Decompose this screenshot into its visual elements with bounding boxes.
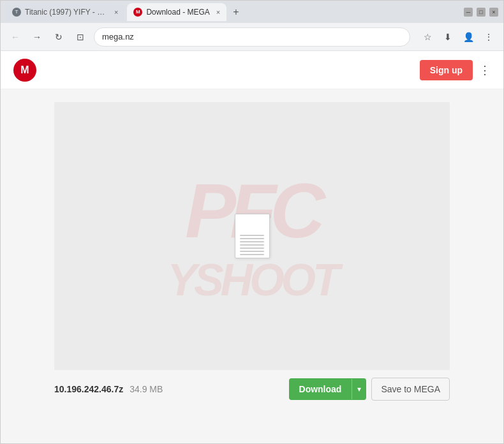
file-icon-lines (240, 235, 263, 255)
account-button[interactable]: 👤 (460, 29, 477, 45)
tab-torrent[interactable]: T Titanic (1997) YIFY - Download... × (6, 3, 124, 21)
file-line-6 (240, 251, 263, 252)
file-info: 10.196.242.46.7z 34.9 MB (54, 384, 163, 394)
back-button[interactable]: ← (7, 29, 24, 45)
tab-mega[interactable]: M Download - MEGA × (127, 3, 226, 21)
window-controls: ─ □ × (464, 8, 498, 17)
download-label: Download (289, 378, 352, 400)
mega-header-right: Sign up ⋮ (420, 60, 491, 80)
bottom-bar: 10.196.242.46.7z 34.9 MB Download ▾ Save… (54, 378, 450, 401)
file-line-5 (240, 248, 263, 249)
forward-button[interactable]: → (29, 29, 45, 45)
file-name: 10.196.242.46.7z (54, 384, 123, 394)
mega-more-button[interactable]: ⋮ (479, 63, 491, 77)
close-button[interactable]: × (489, 8, 498, 17)
save-to-mega-button[interactable]: Save to MEGA (371, 378, 450, 401)
main-content: PFC YSHOOT (1, 89, 503, 443)
download-nav-button[interactable]: ⬇ (440, 29, 456, 45)
bottom-actions: Download ▾ Save to MEGA (289, 378, 450, 401)
browser-more-button[interactable]: ⋮ (480, 29, 497, 45)
signup-button[interactable]: Sign up (420, 60, 473, 80)
maximize-button[interactable]: □ (477, 8, 485, 17)
address-text: mega.nz (102, 32, 134, 41)
page-content: M Sign up ⋮ PFC YSHOOT (1, 51, 503, 443)
download-arrow-icon[interactable]: ▾ (352, 379, 366, 399)
address-bar[interactable]: mega.nz (94, 27, 410, 47)
file-size: 34.9 MB (130, 384, 163, 394)
browser-window: T Titanic (1997) YIFY - Download... × M … (0, 0, 504, 444)
mega-tab-title: Download - MEGA (146, 8, 209, 17)
mega-logo: M (13, 59, 36, 82)
reload-button[interactable]: ↻ (50, 29, 67, 45)
watermark-line2: YSHOOT (167, 255, 337, 305)
mega-tab-close[interactable]: × (216, 8, 220, 16)
minimize-button[interactable]: ─ (464, 8, 473, 17)
torrent-favicon: T (12, 8, 21, 17)
file-line-7 (240, 254, 263, 255)
mega-header: M Sign up ⋮ (1, 51, 503, 89)
nav-bar: ← → ↻ ⊡ mega.nz ☆ ⬇ 👤 ⋮ (1, 23, 503, 51)
torrent-tab-close[interactable]: × (114, 8, 118, 16)
download-button[interactable]: Download ▾ (289, 378, 367, 400)
tab-search-button[interactable]: ⊡ (72, 29, 89, 45)
torrent-tab-title: Titanic (1997) YIFY - Download... (25, 8, 108, 17)
mega-favicon: M (133, 8, 142, 17)
file-line-2 (240, 238, 263, 239)
title-bar: T Titanic (1997) YIFY - Download... × M … (1, 1, 503, 23)
add-tab-button[interactable]: + (233, 6, 239, 18)
file-preview: PFC YSHOOT (54, 102, 450, 370)
file-icon (235, 214, 270, 258)
bookmark-button[interactable]: ☆ (419, 29, 436, 45)
file-line-4 (240, 244, 263, 246)
file-line-3 (240, 241, 263, 242)
file-line-1 (240, 235, 263, 236)
nav-icons: ☆ ⬇ 👤 ⋮ (419, 29, 497, 45)
